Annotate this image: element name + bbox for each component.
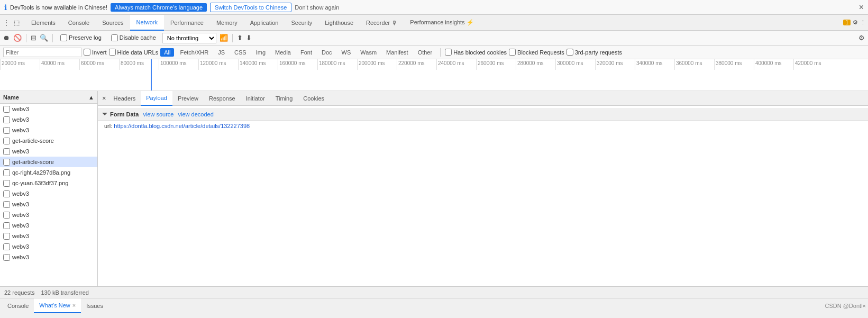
hide-data-urls-checkbox[interactable] [109,49,116,56]
settings-panel-icon[interactable]: ⚙ [858,34,865,42]
dont-show-button[interactable]: Don't show again [295,4,339,11]
bottom-tab-whats-new[interactable]: What's New × [34,298,81,313]
tab-memory[interactable]: Memory [210,15,244,31]
view-decoded-link[interactable]: view decoded [178,111,213,117]
search-icon[interactable]: 🔍 [40,34,48,42]
bottom-tab-issues[interactable]: Issues [81,298,108,313]
preserve-log-label[interactable]: Preserve log [57,31,105,46]
payload-close-button[interactable]: × [100,94,108,102]
file-item[interactable]: webv3 [0,210,97,220]
disable-cache-label[interactable]: Disable cache [108,31,159,46]
tab-payload[interactable]: Payload [141,91,172,106]
tab-performance-insights[interactable]: Performance insights ⚡ [404,15,480,31]
file-item[interactable]: qc-right.4a297d8a.png [0,167,97,178]
file-item-checkbox[interactable] [3,222,10,229]
chip-font[interactable]: Font [297,48,316,57]
chip-all[interactable]: All [160,48,174,57]
blocked-requests-label[interactable]: Blocked Requests [509,49,564,56]
more-icon[interactable]: ⋮ [860,19,866,26]
file-item[interactable]: webv3 [0,188,97,199]
tab-security[interactable]: Security [285,15,318,31]
export-icon[interactable]: ⬇ [246,34,252,42]
file-item-checkbox[interactable] [3,116,10,123]
file-item[interactable]: get-article-score [0,157,97,167]
hide-data-urls-label[interactable]: Hide data URLs [109,49,159,56]
file-item[interactable]: webv3 [0,125,97,135]
file-item-checkbox[interactable] [3,138,10,144]
tab-network[interactable]: Network [130,15,164,31]
tab-response[interactable]: Response [204,91,241,106]
blocked-requests-checkbox[interactable] [509,49,516,56]
tab-timing[interactable]: Timing [270,91,298,106]
invert-label[interactable]: Invert [84,49,107,56]
chip-doc[interactable]: Doc [318,48,336,57]
filter-input[interactable] [3,48,81,57]
banner-close-button[interactable]: × [859,3,864,12]
file-item-checkbox[interactable] [3,106,10,113]
stop-recording-icon[interactable]: ⏺ [3,34,10,42]
view-source-link[interactable]: view source [143,111,173,117]
inspect-icon[interactable]: ⬚ [13,18,21,28]
file-item-checkbox[interactable] [3,180,10,187]
chip-img[interactable]: Img [252,48,269,57]
bottom-tab-console[interactable]: Console [2,298,34,313]
third-party-checkbox[interactable] [567,49,573,56]
clear-icon[interactable]: 🚫 [13,34,22,42]
tab-application[interactable]: Application [244,15,285,31]
file-item[interactable]: webv3 [0,104,97,114]
match-language-button[interactable]: Always match Chrome's language [111,3,207,12]
file-item[interactable]: webv3 [0,220,97,231]
file-item[interactable]: webv3 [0,241,97,252]
blocked-cookies-checkbox[interactable] [445,49,452,56]
file-item-checkbox[interactable] [3,233,10,240]
file-item[interactable]: get-article-score [0,135,97,146]
file-item-checkbox[interactable] [3,159,10,166]
file-item-checkbox[interactable] [3,190,10,197]
disable-cache-checkbox[interactable] [111,34,118,41]
chip-media[interactable]: Media [271,48,295,57]
whats-new-close[interactable]: × [72,302,76,308]
tab-preview[interactable]: Preview [172,91,204,106]
switch-devtools-button[interactable]: Switch DevTools to Chinese [210,3,291,12]
file-item-checkbox[interactable] [3,148,10,155]
file-item-checkbox[interactable] [3,169,10,176]
url-value[interactable]: https://dontla.blog.csdn.net/article/det… [114,123,250,129]
invert-checkbox[interactable] [84,49,90,56]
settings-icon[interactable]: ⚙ [853,19,858,26]
tab-initiator[interactable]: Initiator [241,91,270,106]
file-item-checkbox[interactable] [3,254,10,261]
file-item-checkbox[interactable] [3,201,10,208]
file-item[interactable]: webv3 [0,199,97,210]
tab-console[interactable]: Console [62,15,96,31]
import-icon[interactable]: ⬆ [237,34,243,42]
tab-cookies[interactable]: Cookies [298,91,330,106]
tab-recorder[interactable]: Recorder 🎙 [360,15,404,31]
filter-icon[interactable]: ⊟ [31,34,36,42]
file-item[interactable]: webv3 [0,252,97,262]
chip-js[interactable]: JS [214,48,229,57]
tab-sources[interactable]: Sources [96,15,130,31]
file-list-scroll-up[interactable]: ▲ [88,94,94,101]
third-party-label[interactable]: 3rd-party requests [567,49,622,56]
preserve-log-checkbox[interactable] [60,34,67,41]
wifi-icon[interactable]: 📶 [220,34,228,42]
tab-performance[interactable]: Performance [164,15,210,31]
throttle-select[interactable]: No throttling [162,33,216,43]
tab-elements[interactable]: Elements [25,15,62,31]
file-item[interactable]: qc-yuan.63f3df37.png [0,178,97,188]
file-item-checkbox[interactable] [3,212,10,219]
file-item[interactable]: webv3 [0,114,97,125]
tab-headers[interactable]: Headers [108,91,141,106]
timeline[interactable]: 20000 ms40000 ms60000 ms80000 ms100000 m… [0,59,868,91]
blocked-cookies-label[interactable]: Has blocked cookies [445,49,507,56]
chip-css[interactable]: CSS [231,48,250,57]
tab-lighthouse[interactable]: Lighthouse [318,15,360,31]
chip-manifest[interactable]: Manifest [382,48,412,57]
chip-wasm[interactable]: Wasm [357,48,380,57]
chip-ws[interactable]: WS [338,48,355,57]
file-item[interactable]: webv3 [0,146,97,157]
menu-icon[interactable]: ⋮ [2,18,11,28]
file-item[interactable]: webv3 [0,231,97,241]
chip-other[interactable]: Other [414,48,436,57]
chip-fetch-xhr[interactable]: Fetch/XHR [176,48,212,57]
